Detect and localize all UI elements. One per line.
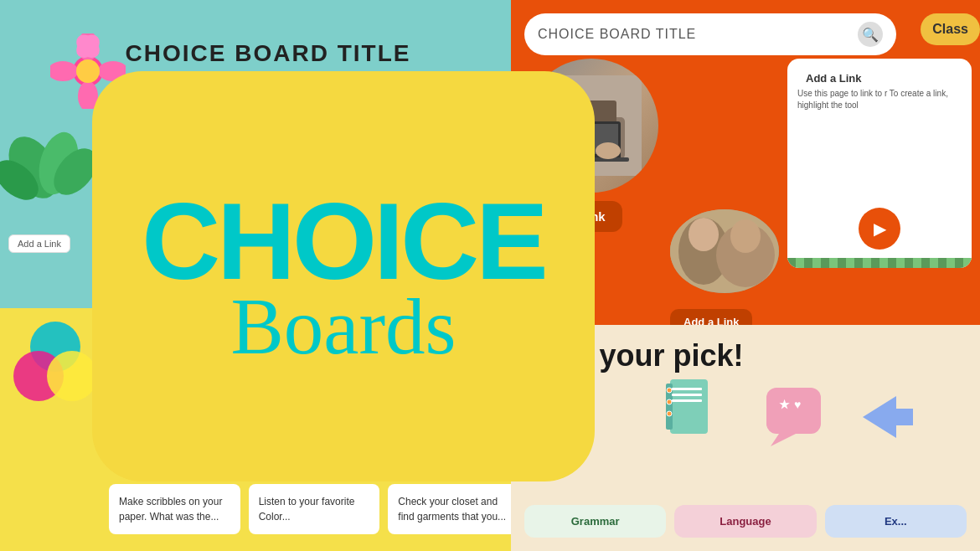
svg-text:♥: ♥ — [794, 398, 801, 411]
language-card[interactable]: Language — [674, 505, 816, 538]
svg-marker-42 — [863, 396, 913, 438]
main-overlay: CHOICE Boards — [92, 71, 595, 481]
boards-heading: Boards — [230, 287, 456, 367]
leaves-decoration — [0, 100, 101, 201]
search-bar[interactable]: CHOICE BOARD TITLE 🔍 — [524, 13, 896, 55]
text-card-1: Make scribbles on your paper. What was t… — [109, 484, 240, 534]
text-card-3: Check your closet and find garments that… — [388, 484, 519, 534]
banner-container: CHOICE BOARD TITLE Class Name or Teacher… — [0, 0, 980, 551]
text-card-2: Listen to your favorite Color... — [249, 484, 380, 534]
strip-link-1[interactable]: Add a Link — [8, 234, 70, 253]
choice-heading: CHOICE — [142, 187, 545, 296]
svg-text:★: ★ — [779, 398, 790, 411]
speech-bubble-icon: ★ ♥ — [762, 384, 829, 454]
svg-point-29 — [730, 219, 761, 253]
color-circles — [13, 322, 97, 405]
svg-rect-30 — [670, 379, 708, 434]
svg-point-7 — [76, 59, 100, 83]
info-text-content: Use this page to link to r To create a l… — [797, 88, 962, 111]
search-icon[interactable]: 🔍 — [858, 22, 883, 47]
svg-point-28 — [689, 218, 719, 251]
people-photo — [670, 209, 779, 293]
notebook-icon — [662, 375, 712, 452]
white-play-card: Add a Link Use this page to link to r To… — [787, 59, 972, 268]
svg-rect-34 — [672, 399, 702, 402]
play-section[interactable]: ▶ — [787, 199, 972, 258]
svg-point-36 — [667, 399, 672, 404]
svg-rect-32 — [672, 388, 702, 390]
card-info-text: Add a Link Use this page to link to r To… — [787, 59, 972, 199]
arrow-icon — [854, 392, 921, 445]
grammar-card[interactable]: Grammar — [524, 505, 666, 538]
add-link-small-label[interactable]: Add a Link — [797, 69, 962, 88]
yellow-circle — [47, 351, 97, 401]
photo-circle-bottom — [670, 209, 779, 293]
green-dots-bar — [787, 258, 972, 268]
extra-card[interactable]: Ex... — [825, 505, 967, 538]
text-card-row: Make scribbles on your paper. What was t… — [109, 484, 519, 534]
svg-point-3 — [50, 61, 78, 81]
svg-rect-33 — [672, 394, 702, 396]
bottom-cards-row: Grammar Language Ex... — [524, 505, 967, 538]
search-text: CHOICE BOARD TITLE — [538, 27, 696, 42]
play-button[interactable]: ▶ — [859, 208, 900, 250]
class-button[interactable]: Class — [921, 13, 980, 45]
svg-point-35 — [667, 388, 672, 393]
svg-point-37 — [667, 411, 672, 416]
svg-marker-39 — [771, 434, 796, 446]
svg-point-24 — [596, 142, 621, 159]
choice-board-title-small: CHOICE BOARD TITLE — [126, 40, 411, 67]
